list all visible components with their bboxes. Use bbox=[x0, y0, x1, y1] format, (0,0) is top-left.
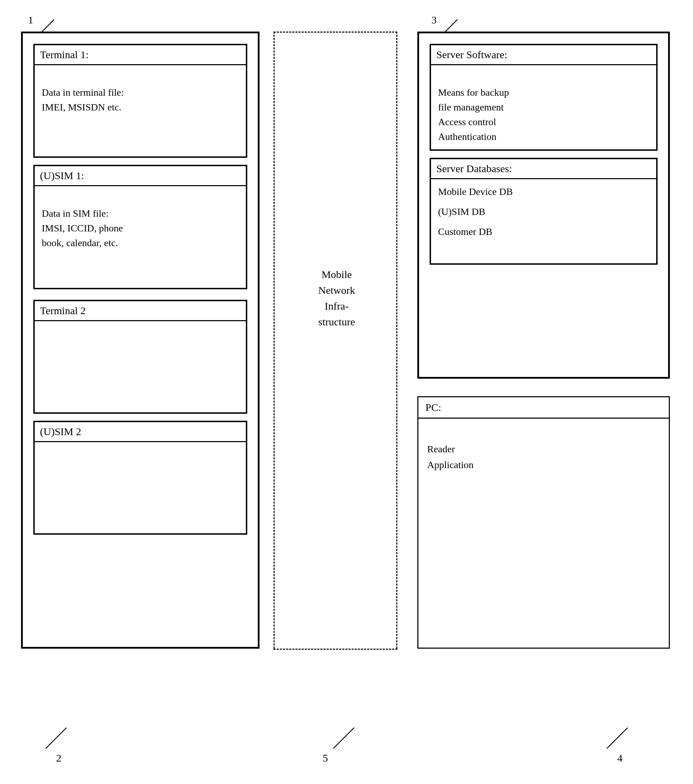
network-text: Mobile Network Infra- structure bbox=[277, 267, 396, 329]
terminal1-content: Data in terminal file: IMEI, MSISDN etc. bbox=[35, 65, 246, 156]
dashed-bottom bbox=[274, 649, 398, 650]
svg-line-3 bbox=[333, 728, 354, 749]
usim1-header: (U)SIM 1: bbox=[35, 166, 246, 186]
label-2: 2 bbox=[56, 752, 61, 764]
label-1: 1 bbox=[28, 14, 33, 26]
server-outer-box: Server Software: Means for backup file m… bbox=[417, 31, 670, 379]
dashed-left bbox=[274, 31, 275, 649]
diagram: 1 3 Terminal 1: Data in terminal file: I… bbox=[0, 0, 693, 784]
terminal1-box: Terminal 1: Data in terminal file: IMEI,… bbox=[33, 44, 247, 158]
pc-outer-box: PC: Reader Application bbox=[417, 396, 670, 649]
svg-line-4 bbox=[607, 728, 628, 749]
terminal1-header: Terminal 1: bbox=[35, 45, 246, 65]
svg-line-2 bbox=[46, 728, 67, 749]
column1-outer-box: Terminal 1: Data in terminal file: IMEI,… bbox=[21, 31, 259, 649]
label-5: 5 bbox=[323, 752, 328, 764]
usim1-box: (U)SIM 1: Data in SIM file: IMSI, ICCID,… bbox=[33, 165, 247, 289]
label-3: 3 bbox=[431, 14, 437, 26]
server-software-content: Means for backup file management Access … bbox=[431, 65, 656, 149]
server-databases-content: Mobile Device DB (U)SIM DB Customer DB bbox=[431, 179, 656, 264]
usim2-content bbox=[35, 442, 246, 533]
usim1-content: Data in SIM file: IMSI, ICCID, phone boo… bbox=[35, 186, 246, 288]
usim2-box: (U)SIM 2 bbox=[33, 421, 247, 535]
dashed-top bbox=[274, 31, 398, 33]
server-software-box: Server Software: Means for backup file m… bbox=[430, 44, 658, 151]
usim2-header: (U)SIM 2 bbox=[35, 422, 246, 442]
server-software-header: Server Software: bbox=[431, 45, 656, 65]
terminal2-box: Terminal 2 bbox=[33, 300, 247, 414]
server-databases-box: Server Databases: Mobile Device DB (U)SI… bbox=[430, 158, 658, 265]
terminal2-content bbox=[35, 321, 246, 412]
pc-content: Reader Application bbox=[418, 418, 669, 480]
pc-header: PC: bbox=[418, 397, 669, 418]
dashed-right bbox=[396, 31, 398, 649]
terminal2-header: Terminal 2 bbox=[35, 301, 246, 321]
server-databases-header: Server Databases: bbox=[431, 159, 656, 179]
label-4: 4 bbox=[617, 752, 622, 764]
